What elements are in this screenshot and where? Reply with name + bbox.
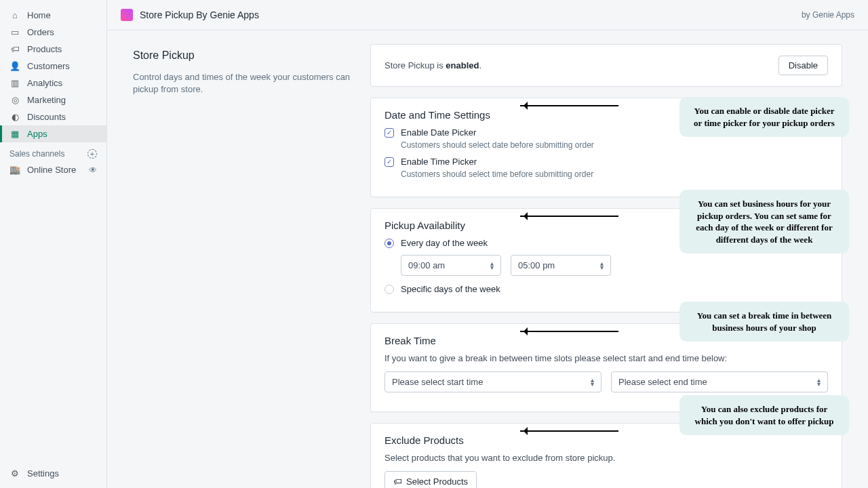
select-products-button[interactable]: 🏷 Select Products: [384, 471, 477, 488]
nav-label: Marketing: [27, 95, 66, 105]
stepper-icon: ▴▾: [600, 262, 604, 270]
status-text: Store Pickup is enabled.: [384, 60, 481, 70]
add-channel-icon[interactable]: +: [87, 149, 97, 159]
chart-icon: ▥: [9, 78, 20, 88]
page-title: Store Pickup: [133, 49, 370, 62]
checkbox-label: Enable Time Picker: [401, 157, 477, 167]
person-icon: 👤: [9, 61, 20, 71]
checkbox-icon[interactable]: [384, 157, 394, 167]
callout-exclude: You can also exclude products for which …: [679, 395, 849, 435]
section-desc: If you want to give a break in between t…: [384, 353, 828, 363]
nav-settings[interactable]: ⚙Settings: [0, 462, 106, 488]
callout-availability: You can set business hours for your pick…: [679, 190, 849, 253]
end-time-select[interactable]: 05:00 pm ▴▾: [511, 255, 611, 276]
arrow-icon: [520, 105, 618, 106]
nav-label: Analytics: [27, 78, 62, 88]
nav-label: Home: [27, 10, 51, 20]
enable-time-row[interactable]: Enable Time Picker: [384, 157, 828, 167]
nav-label: Online Store: [27, 165, 76, 175]
discount-icon: ◐: [9, 112, 20, 122]
nav-marketing[interactable]: ◎Marketing: [0, 92, 106, 108]
arrow-icon: [520, 216, 618, 217]
helper-text: Customers should select date before subm…: [401, 140, 828, 150]
orders-icon: ▭: [9, 27, 20, 37]
nav-orders[interactable]: ▭Orders: [0, 24, 106, 41]
radio-label: Specific days of the week: [401, 284, 500, 294]
nav-products[interactable]: 🏷Products: [0, 41, 106, 58]
callout-break: You can set a break time in between busi…: [679, 302, 849, 342]
nav-customers[interactable]: 👤Customers: [0, 58, 106, 75]
checkbox-icon[interactable]: [384, 128, 394, 138]
break-start-select[interactable]: Please select start time ▴▾: [384, 371, 601, 392]
nav-label: Apps: [27, 129, 47, 139]
arrow-icon: [520, 331, 618, 332]
tag-icon: 🏷: [9, 44, 20, 54]
radio-icon[interactable]: [384, 285, 394, 294]
stepper-icon: ▴▾: [817, 378, 821, 386]
stepper-icon: ▴▾: [591, 378, 594, 386]
nav-label: Products: [27, 44, 62, 54]
helper-text: Customers should select time before subm…: [401, 169, 828, 179]
app-logo-icon: [121, 9, 133, 21]
nav-label: Customers: [27, 61, 70, 71]
stepper-icon: ▴▾: [490, 262, 494, 270]
tag-plus-icon: 🏷: [393, 476, 402, 487]
app-title: Store Pickup By Genie Apps: [140, 9, 802, 20]
break-end-select[interactable]: Please select end time ▴▾: [611, 371, 828, 392]
apps-icon: ▦: [9, 129, 20, 139]
nav-label: Discounts: [27, 112, 66, 122]
arrow-icon: [520, 430, 618, 432]
page-desc: Control days and times of the week your …: [133, 71, 370, 96]
radio-icon[interactable]: [384, 239, 394, 248]
disable-button[interactable]: Disable: [778, 56, 828, 75]
nav-label: Settings: [27, 468, 59, 479]
section-title: Exclude Products: [384, 434, 828, 446]
nav-home[interactable]: ⌂Home: [0, 7, 106, 24]
nav-apps[interactable]: ▦Apps: [0, 125, 106, 142]
nav-analytics[interactable]: ▥Analytics: [0, 75, 106, 92]
gear-icon: ⚙: [9, 468, 20, 479]
checkbox-label: Enable Date Picker: [401, 127, 476, 138]
target-icon: ◎: [9, 95, 20, 105]
nav-label: Orders: [27, 27, 54, 37]
home-icon: ⌂: [9, 10, 20, 20]
callout-datetime: You can enable or disable date picker or…: [679, 97, 849, 137]
nav-online-store[interactable]: 🏬Online Store 👁: [0, 161, 106, 178]
radio-specific[interactable]: Specific days of the week: [384, 284, 828, 294]
by-line: by Genie Apps: [802, 10, 854, 20]
nav-discounts[interactable]: ◐Discounts: [0, 108, 106, 125]
sales-channels-label: Sales channels: [9, 149, 64, 159]
radio-label: Every day of the week: [401, 238, 488, 248]
start-time-select[interactable]: 09:00 am ▴▾: [401, 255, 501, 276]
view-store-icon[interactable]: 👁: [89, 165, 97, 175]
store-icon: 🏬: [9, 165, 20, 175]
section-desc: Select products that you want to exclude…: [384, 453, 828, 463]
status-card: Store Pickup is enabled. Disable: [370, 44, 842, 87]
